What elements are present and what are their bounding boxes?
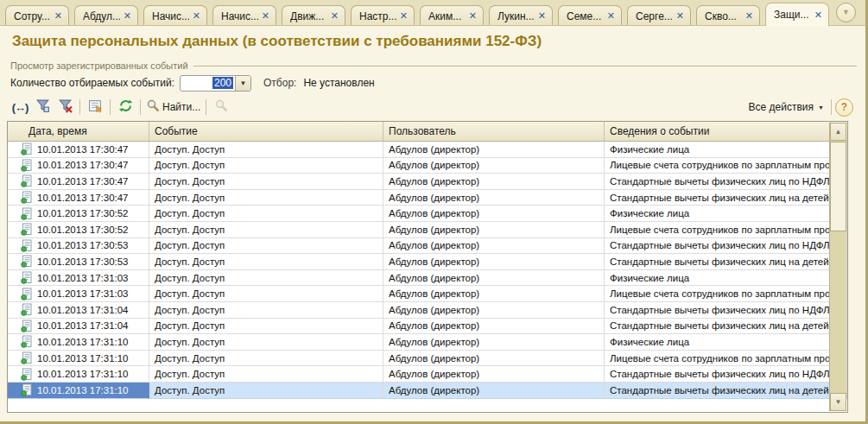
scroll-up-button[interactable]: ▲ bbox=[830, 123, 846, 141]
cell-user[interactable]: Абдулов (директор) bbox=[383, 366, 605, 383]
help-button[interactable]: ? bbox=[835, 98, 853, 117]
cell-event[interactable]: Доступ. Доступ bbox=[149, 366, 383, 383]
table-row[interactable]: 10.01.2013 17:31:10 Доступ. Доступ Абдул… bbox=[8, 351, 847, 367]
table-row[interactable]: 10.01.2013 17:30:47 Доступ. Доступ Абдул… bbox=[8, 158, 847, 174]
cell-event[interactable]: Доступ. Доступ bbox=[149, 351, 383, 367]
cell-event[interactable]: Доступ. Доступ bbox=[149, 222, 383, 238]
tab-close-icon[interactable]: ✕ bbox=[676, 10, 684, 22]
tab-7[interactable]: Лукин... ✕ bbox=[489, 5, 553, 26]
tab-11[interactable]: Защи... ✕ bbox=[765, 3, 829, 26]
table-row[interactable]: 10.01.2013 17:30:52 Доступ. Доступ Абдул… bbox=[8, 206, 847, 222]
cell-date[interactable]: 10.01.2013 17:30:52 bbox=[8, 222, 149, 238]
cell-date[interactable]: 10.01.2013 17:31:04 bbox=[8, 319, 149, 335]
table-row[interactable]: 10.01.2013 17:31:04 Доступ. Доступ Абдул… bbox=[8, 319, 847, 335]
scroll-down-button[interactable]: ▼ bbox=[830, 393, 846, 411]
open-event-card-button[interactable] bbox=[84, 98, 106, 117]
column-header-event[interactable]: Событие bbox=[149, 122, 383, 141]
cancel-find-button[interactable] bbox=[210, 98, 232, 117]
cell-details[interactable]: Физические лица bbox=[605, 334, 847, 351]
cell-date[interactable]: 10.01.2013 17:30:53 bbox=[8, 238, 149, 255]
cell-user[interactable]: Абдулов (директор) bbox=[383, 254, 605, 270]
table-row[interactable]: 10.01.2013 17:31:10 Доступ. Доступ Абдул… bbox=[8, 334, 847, 351]
cell-date[interactable]: 10.01.2013 17:31:10 bbox=[8, 366, 149, 383]
event-count-value[interactable]: 200 bbox=[181, 76, 235, 91]
tab-close-icon[interactable]: ✕ bbox=[54, 10, 62, 22]
cell-date[interactable]: 10.01.2013 17:31:03 bbox=[8, 286, 149, 302]
cell-details[interactable]: Лицевые счета сотрудников по зарплатным … bbox=[605, 351, 847, 367]
combo-dropdown-button[interactable]: ▼ bbox=[235, 76, 250, 91]
tab-6[interactable]: Аким... ✕ bbox=[420, 5, 484, 26]
tab-0[interactable]: Сотру... ✕ bbox=[5, 5, 69, 26]
tab-4[interactable]: Движ... ✕ bbox=[282, 5, 345, 26]
cell-event[interactable]: Доступ. Доступ bbox=[149, 334, 383, 351]
cell-user[interactable]: Абдулов (директор) bbox=[383, 222, 605, 238]
cell-event[interactable]: Доступ. Доступ bbox=[149, 174, 383, 190]
table-row[interactable]: 10.01.2013 17:30:53 Доступ. Доступ Абдул… bbox=[8, 238, 847, 255]
cell-details[interactable]: Лицевые счета сотрудников по зарплатным … bbox=[605, 222, 847, 238]
cell-date[interactable]: 10.01.2013 17:31:03 bbox=[8, 270, 149, 287]
tab-2[interactable]: Начис... ✕ bbox=[143, 5, 207, 26]
table-row[interactable]: 10.01.2013 17:30:47 Доступ. Доступ Абдул… bbox=[8, 174, 847, 190]
table-row[interactable]: 10.01.2013 17:30:47 Доступ. Доступ Абдул… bbox=[8, 142, 847, 158]
table-row[interactable]: 10.01.2013 17:31:10 Доступ. Доступ Абдул… bbox=[8, 366, 847, 383]
cell-date[interactable]: 10.01.2013 17:31:10 bbox=[8, 334, 149, 351]
tab-close-icon[interactable]: ✕ bbox=[814, 9, 822, 21]
tab-close-icon[interactable]: ✕ bbox=[400, 10, 408, 22]
cell-user[interactable]: Абдулов (директор) bbox=[383, 142, 605, 158]
tab-close-icon[interactable]: ✕ bbox=[193, 10, 200, 22]
cell-event[interactable]: Доступ. Доступ bbox=[149, 319, 383, 335]
cell-date[interactable]: 10.01.2013 17:30:52 bbox=[8, 206, 149, 222]
tab-overflow-button[interactable]: ▼ bbox=[836, 3, 856, 22]
set-interval-button[interactable]: (↔) bbox=[9, 98, 31, 117]
tab-close-icon[interactable]: ✕ bbox=[538, 10, 546, 22]
cell-event[interactable]: Доступ. Доступ bbox=[149, 383, 383, 399]
cell-event[interactable]: Доступ. Доступ bbox=[149, 190, 383, 206]
cell-details[interactable]: Стандартные вычеты физических лиц по НДФ… bbox=[605, 302, 847, 319]
cell-event[interactable]: Доступ. Доступ bbox=[149, 270, 383, 287]
table-row[interactable]: 10.01.2013 17:30:53 Доступ. Доступ Абдул… bbox=[8, 254, 847, 270]
cell-details[interactable]: Физические лица bbox=[605, 206, 847, 222]
cell-date[interactable]: 10.01.2013 17:31:04 bbox=[8, 302, 149, 319]
cell-details[interactable]: Лицевые счета сотрудников по зарплатным … bbox=[605, 286, 847, 302]
tab-10[interactable]: Скво... ✕ bbox=[696, 5, 760, 26]
column-header-user[interactable]: Пользователь bbox=[383, 122, 605, 141]
table-row[interactable]: 10.01.2013 17:30:47 Доступ. Доступ Абдул… bbox=[8, 190, 847, 206]
cell-user[interactable]: Абдулов (директор) bbox=[383, 286, 605, 302]
tab-close-icon[interactable]: ✕ bbox=[745, 10, 753, 22]
cell-user[interactable]: Абдулов (директор) bbox=[383, 334, 605, 351]
cell-details[interactable]: Стандартные вычеты физических лиц на дет… bbox=[605, 254, 847, 270]
table-row[interactable]: 10.01.2013 17:30:52 Доступ. Доступ Абдул… bbox=[8, 222, 847, 238]
cell-details[interactable]: Стандартные вычеты физических лиц на дет… bbox=[605, 319, 847, 335]
event-count-combobox[interactable]: 200 ▼ bbox=[180, 75, 251, 92]
cell-user[interactable]: Абдулов (директор) bbox=[383, 238, 605, 255]
tab-9[interactable]: Серге... ✕ bbox=[627, 5, 691, 26]
vertical-scrollbar[interactable]: ▲ ▼ bbox=[829, 123, 846, 411]
cell-event[interactable]: Доступ. Доступ bbox=[149, 238, 383, 255]
cell-details[interactable]: Стандартные вычеты физических лиц на дет… bbox=[605, 190, 847, 206]
cell-user[interactable]: Абдулов (директор) bbox=[383, 174, 605, 190]
cell-event[interactable]: Доступ. Доступ bbox=[149, 142, 383, 158]
all-actions-button[interactable]: Все действия ▼ bbox=[745, 98, 827, 117]
cell-user[interactable]: Абдулов (директор) bbox=[383, 383, 605, 399]
set-filter-button[interactable] bbox=[31, 98, 54, 117]
column-header-details[interactable]: Сведения о событии bbox=[605, 122, 831, 141]
tab-close-icon[interactable]: ✕ bbox=[331, 10, 339, 22]
cell-user[interactable]: Абдулов (директор) bbox=[383, 158, 605, 174]
cell-date[interactable]: 10.01.2013 17:31:10 bbox=[8, 383, 149, 399]
cell-user[interactable]: Абдулов (директор) bbox=[383, 319, 605, 335]
column-header-date[interactable]: Дата, время bbox=[8, 122, 149, 141]
table-row[interactable]: 10.01.2013 17:31:03 Доступ. Доступ Абдул… bbox=[8, 286, 847, 302]
cell-user[interactable]: Абдулов (директор) bbox=[383, 270, 605, 287]
clear-filter-button[interactable] bbox=[54, 98, 76, 117]
table-row[interactable]: 10.01.2013 17:31:04 Доступ. Доступ Абдул… bbox=[8, 302, 847, 319]
cell-user[interactable]: Абдулов (директор) bbox=[383, 351, 605, 367]
cell-details[interactable]: Лицевые счета сотрудников по зарплатным … bbox=[605, 158, 847, 174]
tab-1[interactable]: Абдул... ✕ bbox=[74, 5, 138, 26]
cell-date[interactable]: 10.01.2013 17:30:47 bbox=[8, 158, 149, 174]
cell-date[interactable]: 10.01.2013 17:30:53 bbox=[8, 254, 149, 270]
tab-close-icon[interactable]: ✕ bbox=[262, 10, 269, 22]
cell-user[interactable]: Абдулов (директор) bbox=[383, 302, 605, 319]
cell-user[interactable]: Абдулов (директор) bbox=[383, 190, 605, 206]
cell-user[interactable]: Абдулов (директор) bbox=[383, 206, 605, 222]
tab-close-icon[interactable]: ✕ bbox=[607, 10, 615, 22]
